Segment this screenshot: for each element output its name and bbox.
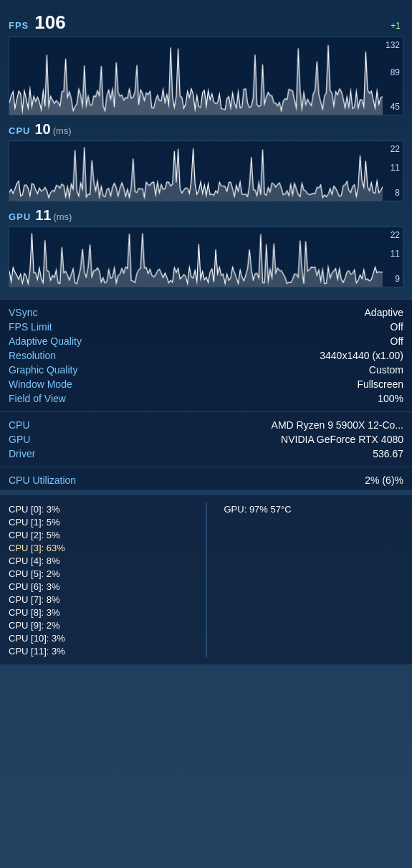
settings-key: VSync	[9, 307, 37, 318]
settings-key: Adaptive Quality	[9, 335, 82, 347]
settings-val: Off	[391, 335, 403, 347]
cpu-core-item: CPU [10]: 3%	[9, 631, 188, 644]
hw-row: GPUNVIDIA GeForce RTX 4080	[9, 432, 403, 447]
cpu-core-item: CPU [5]: 2%	[9, 567, 188, 580]
fps-max-label: 132	[385, 40, 400, 50]
gpu-min-label: 9	[395, 274, 400, 284]
settings-row: VSyncAdaptive	[9, 305, 403, 320]
util-value: 2% (6)%	[365, 474, 403, 486]
gpu-graph: 22 11 9	[9, 226, 403, 287]
hw-key: CPU	[9, 419, 30, 431]
settings-val: Fullscreen	[357, 378, 403, 390]
gpu-ms-label: GPU	[9, 211, 31, 222]
cpu-ms-label: CPU	[9, 125, 30, 136]
divider	[206, 502, 207, 657]
hw-row: Driver536.67	[9, 447, 403, 461]
hardware-section: CPUAMD Ryzen 9 5900X 12-Co...GPUNVIDIA G…	[0, 412, 412, 467]
cpu-mid-label: 11	[391, 163, 400, 173]
hw-key: GPU	[9, 434, 30, 445]
settings-key: FPS Limit	[9, 321, 52, 333]
cpu-core-item: CPU [6]: 3%	[9, 580, 188, 593]
settings-val: Custom	[369, 364, 403, 376]
util-section: CPU Utilization 2% (6)%	[0, 467, 412, 491]
fps-min-label: 45	[391, 102, 400, 112]
settings-row: Window ModeFullscreen	[9, 377, 403, 391]
gpu-ms-unit: (ms)	[53, 211, 72, 222]
gpu-mid-label: 11	[391, 249, 400, 259]
fps-graph: 132 89 45	[9, 37, 403, 115]
cpu-core-item: CPU [9]: 2%	[9, 619, 188, 631]
settings-row: Field of View100%	[9, 391, 403, 406]
cpu-core-item: CPU [1]: 5%	[9, 515, 188, 528]
fps-plus: +1	[391, 21, 401, 31]
cpu-graph: 22 11 8	[9, 140, 403, 201]
hw-val: NVIDIA GeForce RTX 4080	[281, 434, 403, 445]
cpu-ms-value: 10	[34, 121, 50, 138]
gpu-ms-value: 11	[35, 207, 51, 224]
settings-row: Graphic QualityCustom	[9, 363, 403, 377]
settings-key: Resolution	[9, 350, 56, 361]
hw-key: Driver	[9, 448, 35, 459]
settings-val: Adaptive	[365, 307, 403, 318]
fps-mid-label: 89	[391, 67, 400, 77]
cpu-cores-list: CPU [0]: 3%CPU [1]: 5%CPU [2]: 5%CPU [3]…	[9, 502, 188, 657]
settings-row: FPS LimitOff	[9, 320, 403, 334]
settings-key: Window Mode	[9, 378, 72, 390]
settings-row: Resolution3440x1440 (x1.00)	[9, 348, 403, 363]
cpu-core-item: CPU [4]: 8%	[9, 554, 188, 567]
settings-key: Field of View	[9, 393, 66, 404]
fps-section: FPS 106 +1 132 89 45	[0, 9, 412, 115]
cpu-core-item: CPU [11]: 3%	[9, 644, 188, 657]
fps-value: 106	[34, 11, 65, 34]
cpu-core-item: CPU [7]: 8%	[9, 593, 188, 606]
hw-val: 536.67	[373, 448, 403, 459]
hw-row: CPUAMD Ryzen 9 5900X 12-Co...	[9, 418, 403, 432]
settings-key: Graphic Quality	[9, 364, 77, 376]
settings-val: 3440x1440 (x1.00)	[320, 350, 403, 361]
hw-val: AMD Ryzen 9 5900X 12-Co...	[272, 419, 403, 431]
cpu-core-item: CPU [2]: 5%	[9, 528, 188, 541]
cpu-ms-section: CPU 10 (ms) 22 11 8	[0, 118, 412, 201]
cpu-min-label: 8	[395, 188, 400, 198]
cpu-max-label: 22	[391, 144, 400, 154]
cpu-ms-unit: (ms)	[53, 125, 72, 136]
util-label: CPU Utilization	[9, 474, 76, 486]
cpu-core-item: CPU [3]: 63%	[9, 541, 188, 554]
gpu-util-col: GPU: 97% 57°C	[224, 502, 404, 657]
settings-val: Off	[391, 321, 403, 333]
settings-table: VSyncAdaptiveFPS LimitOffAdaptive Qualit…	[0, 299, 412, 412]
cpu-detail-section: CPU [0]: 3%CPU [1]: 5%CPU [2]: 5%CPU [3]…	[0, 495, 412, 664]
fps-label: FPS	[9, 20, 29, 31]
cpu-core-item: CPU [0]: 3%	[9, 502, 188, 515]
gpu-max-label: 22	[391, 230, 400, 240]
settings-val: 100%	[378, 393, 403, 404]
cpu-core-item: CPU [8]: 3%	[9, 606, 188, 619]
settings-row: Adaptive QualityOff	[9, 334, 403, 348]
gpu-ms-section: GPU 11 (ms) 22 11 9	[0, 204, 412, 287]
gpu-util-item: GPU: 97% 57°C	[224, 502, 404, 515]
